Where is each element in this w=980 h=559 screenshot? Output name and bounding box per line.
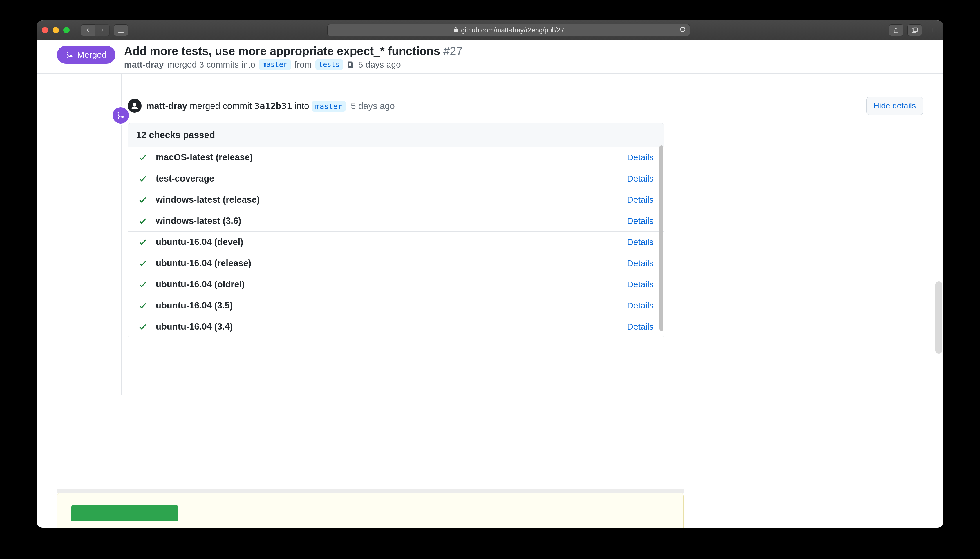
pr-number: #27 <box>443 45 463 58</box>
merge-into-branch[interactable]: master <box>312 101 346 112</box>
check-name: ubuntu-16.04 (3.5) <box>156 300 627 311</box>
reload-button[interactable] <box>680 26 685 34</box>
check-pass-icon <box>138 322 147 331</box>
check-details-link[interactable]: Details <box>627 174 653 184</box>
window-scrollbar[interactable] <box>935 281 942 354</box>
check-name: ubuntu-16.04 (devel) <box>156 237 627 247</box>
check-name: windows-latest (release) <box>156 195 627 205</box>
pr-title: Add more tests, use more appropriate exp… <box>124 45 440 58</box>
head-branch[interactable]: tests <box>315 60 343 70</box>
check-pass-icon <box>138 217 147 225</box>
check-pass-icon <box>138 280 147 289</box>
svg-rect-3 <box>913 28 918 31</box>
merged-badge: Merged <box>57 46 116 64</box>
svg-point-4 <box>133 103 136 106</box>
browser-toolbar: github.com/matt-dray/r2eng/pull/27 + <box>36 20 944 40</box>
merge-user[interactable]: matt-dray <box>146 101 187 111</box>
check-pass-icon <box>138 259 147 268</box>
check-row: ubuntu-16.04 (3.4)Details <box>128 316 664 337</box>
check-row: ubuntu-16.04 (3.5)Details <box>128 295 664 316</box>
avatar[interactable] <box>128 99 142 113</box>
hide-details-button[interactable]: Hide details <box>866 97 923 115</box>
check-row: windows-latest (release)Details <box>128 189 664 210</box>
check-details-link[interactable]: Details <box>627 216 653 226</box>
base-branch[interactable]: master <box>259 60 291 70</box>
sidebar-button[interactable] <box>114 24 128 36</box>
check-row: macOS-latest (release)Details <box>128 147 664 168</box>
check-details-link[interactable]: Details <box>627 280 653 289</box>
check-name: ubuntu-16.04 (oldrel) <box>156 279 627 289</box>
pr-header: Merged Add more tests, use more appropri… <box>36 40 944 74</box>
close-window-button[interactable] <box>42 27 48 33</box>
check-name: macOS-latest (release) <box>156 152 627 163</box>
check-details-link[interactable]: Details <box>627 301 653 311</box>
maximize-window-button[interactable] <box>63 27 70 33</box>
check-pass-icon <box>138 238 147 246</box>
window-controls <box>42 27 70 33</box>
back-button[interactable] <box>81 24 95 36</box>
new-tab-button[interactable]: + <box>928 25 938 35</box>
lock-icon <box>453 26 459 34</box>
checks-panel: 12 checks passed macOS-latest (release)D… <box>128 123 664 337</box>
check-details-link[interactable]: Details <box>627 237 653 247</box>
check-pass-icon <box>138 153 147 162</box>
check-name: ubuntu-16.04 (3.4) <box>156 322 627 332</box>
check-row: ubuntu-16.04 (devel)Details <box>128 232 664 253</box>
share-button[interactable] <box>889 24 904 36</box>
checks-header: 12 checks passed <box>128 123 664 147</box>
merge-event-text: matt-dray merged commit 3a12b31 into mas… <box>146 101 862 111</box>
merge-timeline-node <box>111 106 131 125</box>
copy-branch-icon[interactable] <box>347 61 355 69</box>
check-details-link[interactable]: Details <box>627 152 653 162</box>
check-name: windows-latest (3.6) <box>156 216 627 226</box>
address-bar-url: github.com/matt-dray/r2eng/pull/27 <box>461 26 564 34</box>
check-row: ubuntu-16.04 (release)Details <box>128 253 664 274</box>
checks-scrollbar[interactable] <box>660 145 663 331</box>
check-pass-icon <box>138 301 147 310</box>
check-pass-icon <box>138 174 147 183</box>
merge-when: 5 days ago <box>351 101 395 111</box>
check-row: ubuntu-16.04 (oldrel)Details <box>128 274 664 295</box>
commit-sha[interactable]: 3a12b31 <box>254 101 292 111</box>
merged-badge-label: Merged <box>77 50 107 60</box>
svg-rect-0 <box>118 28 124 33</box>
pr-subline: matt-dray merged 3 commits into master f… <box>124 60 923 70</box>
check-row: windows-latest (3.6)Details <box>128 210 664 232</box>
check-details-link[interactable]: Details <box>627 195 653 205</box>
check-details-link[interactable]: Details <box>627 322 653 332</box>
pr-when: 5 days ago <box>358 60 401 69</box>
pr-title-row: Add more tests, use more appropriate exp… <box>124 45 923 58</box>
check-name: ubuntu-16.04 (release) <box>156 258 627 268</box>
minimize-window-button[interactable] <box>53 27 59 33</box>
green-action-button[interactable] <box>71 505 178 521</box>
merge-footer-panel <box>57 493 683 528</box>
forward-button[interactable] <box>95 24 109 36</box>
check-name: test-coverage <box>156 174 627 184</box>
pr-author[interactable]: matt-dray <box>124 60 164 69</box>
git-merge-icon <box>66 51 74 59</box>
check-pass-icon <box>138 195 147 204</box>
check-row: test-coverageDetails <box>128 168 664 189</box>
tabs-button[interactable] <box>907 24 922 36</box>
check-details-link[interactable]: Details <box>627 258 653 268</box>
address-bar[interactable]: github.com/matt-dray/r2eng/pull/27 <box>327 24 690 36</box>
